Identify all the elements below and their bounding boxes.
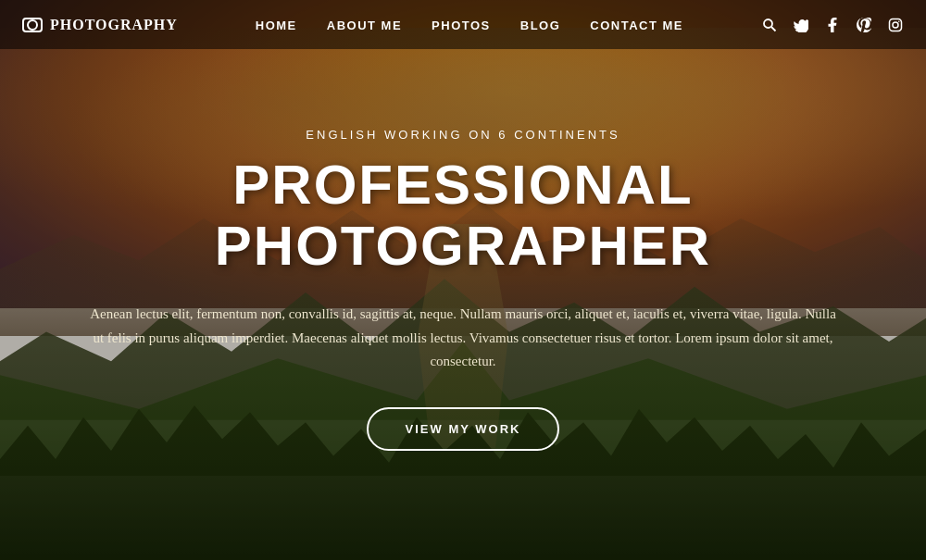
camera-icon (22, 18, 43, 32)
logo-text: PHOTOGRAPHY (50, 17, 178, 33)
twitter-icon[interactable] (793, 17, 809, 33)
navbar: PHOTOGRAPHY HOME ABOUT ME PHOTOS BLOG CO… (0, 0, 926, 49)
nav-link-contact[interactable]: CONTACT ME (590, 19, 683, 32)
pinterest-icon[interactable] (856, 17, 872, 33)
view-my-work-button[interactable]: VIEW MY WORK (367, 407, 560, 451)
hero-section: ENGLISH WORKING ON 6 CONTINENTS PROFESSI… (0, 0, 926, 560)
nav-item-home[interactable]: HOME (256, 17, 297, 33)
hero-subtitle: ENGLISH WORKING ON 6 CONTINENTS (56, 128, 870, 142)
svg-point-0 (764, 19, 772, 28)
nav-link-photos[interactable]: PHOTOS (432, 19, 491, 32)
nav-item-contact[interactable]: CONTACT ME (590, 17, 683, 33)
nav-item-about[interactable]: ABOUT ME (327, 17, 402, 33)
search-icon[interactable] (761, 17, 778, 33)
svg-rect-2 (889, 19, 901, 31)
facebook-icon[interactable] (824, 17, 841, 33)
nav-link-about[interactable]: ABOUT ME (327, 19, 402, 32)
svg-point-4 (898, 20, 900, 22)
nav-link-blog[interactable]: BLOG (520, 19, 561, 32)
nav-social-icons (761, 17, 904, 33)
nav-item-blog[interactable]: BLOG (520, 17, 561, 33)
svg-point-3 (893, 22, 898, 28)
instagram-icon[interactable] (887, 17, 904, 33)
nav-item-photos[interactable]: PHOTOS (432, 17, 491, 33)
hero-content: ENGLISH WORKING ON 6 CONTINENTS PROFESSI… (0, 128, 926, 451)
hero-description: Aenean lectus elit, fermentum non, conva… (83, 303, 843, 374)
nav-link-home[interactable]: HOME (256, 19, 297, 32)
svg-line-1 (771, 27, 776, 31)
nav-links: HOME ABOUT ME PHOTOS BLOG CONTACT ME (256, 17, 683, 33)
hero-title: PROFESSIONAL PHOTOGRAPHER (56, 155, 870, 277)
site-logo[interactable]: PHOTOGRAPHY (22, 17, 178, 33)
